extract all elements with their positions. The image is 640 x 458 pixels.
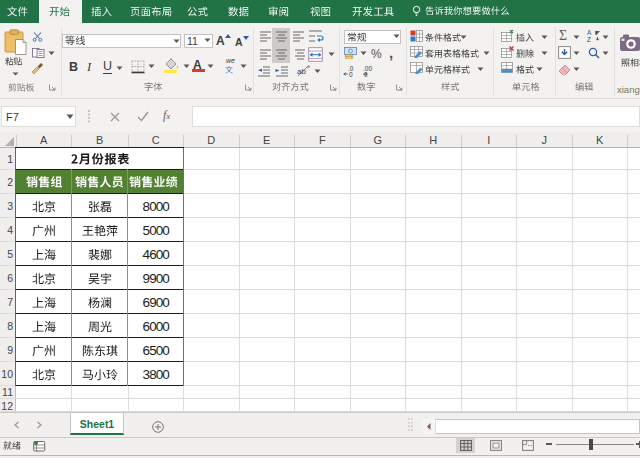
svg-text:Z: Z <box>587 36 591 43</box>
svg-text:ab: ab <box>297 67 306 76</box>
svg-text:0: 0 <box>364 70 368 77</box>
svg-text:0: 0 <box>349 70 353 77</box>
